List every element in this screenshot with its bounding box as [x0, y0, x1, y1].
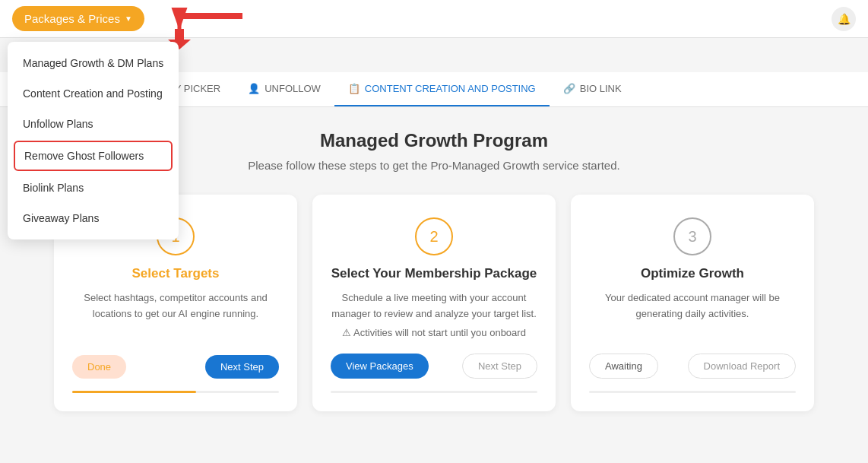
step-2-circle: 2: [415, 217, 453, 255]
card-2-desc: Schedule a live meeting with your accoun…: [331, 290, 537, 322]
dropdown-item-content-creation[interactable]: Content Creation and Posting: [8, 78, 179, 109]
progress-bar-3: [589, 391, 796, 393]
link-icon: 🔗: [563, 83, 575, 94]
card-1-desc: Select hashtags, competitor accounts and…: [72, 290, 279, 340]
next-step-button-1[interactable]: Next Step: [205, 355, 279, 379]
progress-fill-1: [72, 391, 196, 393]
dropdown-item-unfollow-plans[interactable]: Unfollow Plans: [8, 109, 179, 139]
packages-prices-label: Packages & Prices: [24, 12, 120, 25]
progress-bar-2: [331, 391, 537, 393]
caret-icon: ▼: [125, 14, 132, 23]
file-icon: 📋: [348, 83, 360, 94]
tab-bio-link[interactable]: 🔗 BIO LINK: [550, 72, 635, 106]
dropdown-item-managed-growth[interactable]: Managed Growth & DM Plans: [8, 48, 179, 78]
download-report-button[interactable]: Download Report: [688, 354, 796, 379]
card-1-actions: Done Next Step: [72, 355, 279, 379]
header: Packages & Prices ▼ 🔔: [0, 0, 868, 38]
packages-prices-button[interactable]: Packages & Prices ▼: [12, 6, 144, 31]
card-3-desc: Your dedicated account manager will be g…: [589, 290, 796, 338]
view-packages-button[interactable]: View Packages: [331, 354, 429, 379]
svg-rect-2: [175, 29, 184, 41]
notification-icon[interactable]: 🔔: [832, 7, 856, 31]
card-1-title: Select Targets: [132, 266, 220, 281]
card-3-title: Optimize Growth: [641, 266, 744, 281]
dropdown-item-biolink[interactable]: Biolink Plans: [8, 173, 179, 203]
step-3-circle: 3: [673, 217, 711, 255]
progress-bar-1: [72, 391, 279, 393]
dropdown-item-giveaway-plans[interactable]: Giveaway Plans: [8, 203, 179, 233]
card-2-warning: ⚠ Activities will not start until you on…: [342, 327, 526, 338]
card-membership-package: 2 Select Your Membership Package Schedul…: [312, 195, 556, 411]
header-right: 🔔: [832, 7, 856, 31]
awaiting-button[interactable]: Awaiting: [589, 354, 658, 379]
card-2-title: Select Your Membership Package: [331, 266, 537, 281]
card-optimize-growth: 3 Optimize Growth Your dedicated account…: [571, 195, 814, 411]
done-button[interactable]: Done: [72, 355, 126, 379]
svg-rect-3: [178, 13, 242, 19]
tab-unfollow[interactable]: 👤 UNFOLLOW: [234, 72, 334, 106]
user-icon: 👤: [248, 83, 260, 94]
next-step-button-2[interactable]: Next Step: [462, 354, 537, 379]
card-3-actions: Awaiting Download Report: [589, 354, 796, 379]
card-2-actions: View Packages Next Step: [331, 354, 537, 379]
tab-content-creation[interactable]: 📋 CONTENT CREATION AND POSTING: [334, 72, 550, 106]
dropdown-menu: Managed Growth & DM Plans Content Creati…: [8, 42, 179, 239]
dropdown-item-remove-ghost[interactable]: Remove Ghost Followers: [14, 141, 173, 171]
